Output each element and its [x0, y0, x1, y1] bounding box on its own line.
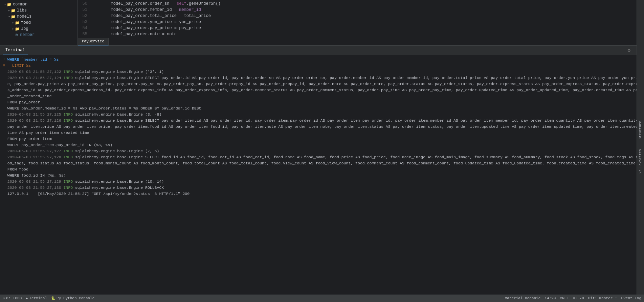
terminal-bottom-label: Terminal — [29, 296, 47, 300]
folder-icon-log: 📁 — [15, 27, 20, 31]
status-bar: ☑ 6: TODO ▶ Terminal 🐍 Py Python Console… — [0, 295, 644, 302]
code-text-54: model_pay_order.pay_price = pay_price — [91, 25, 201, 31]
sidebar-item-member[interactable]: ▸ 🗎 member — [0, 32, 77, 38]
sidebar-item-log[interactable]: ▸ 📁 log — [0, 26, 77, 32]
encoding-label: UTF-8 — [573, 296, 584, 300]
todo-icon: ☑ — [3, 296, 5, 300]
gutter-plus: + — [3, 57, 5, 63]
chevron-down-icon: ▾ — [4, 2, 6, 6]
terminal-line-limit: LIMIT %s — [7, 63, 641, 69]
sidebar-label-models: models — [17, 14, 31, 19]
code-line-53: 53 model_pay_order.yun_price = yun_price — [78, 19, 639, 25]
chevron-right-icon-log: ▸ — [12, 27, 14, 31]
terminal-section: Terminal ⚙ ⋮ + × — [0, 46, 644, 295]
terminal-body: + × WHERE `member`.id = %s LIMIT %s 2 — [0, 55, 644, 295]
file-icon-member: 🗎 — [15, 33, 19, 37]
position-label: 14:20 — [545, 296, 556, 300]
folder-icon-common: 📁 — [7, 2, 12, 7]
terminal-bottom-icon: ▶ — [26, 296, 28, 300]
sidebar-label-libs: libs — [17, 8, 27, 13]
side-panel: Structure 2: Favorites — [637, 0, 644, 295]
code-line-54: 54 model_pay_order.pay_price = pay_price — [78, 25, 639, 31]
code-line-50: 50 model_pay_order.order_sn = self.geneO… — [78, 1, 639, 7]
tab-payservice[interactable]: PayService — [78, 38, 109, 45]
line-num-50: 50 — [78, 1, 91, 7]
python-console-label: Py Python Console — [57, 296, 94, 300]
code-content: 50 model_pay_order.order_sn = self.geneO… — [78, 0, 639, 38]
code-line-52: 52 model_pay_order.total_price = total_p… — [78, 13, 639, 19]
terminal-line-3: FROM pay_order — [7, 99, 641, 105]
code-text-52: model_pay_order.total_price = total_pric… — [91, 13, 211, 19]
terminal-line-1: 2020-05-03 21:55:27,122 INFO sqlalchemy.… — [7, 69, 641, 75]
terminal-line-6: 2020-05-03 21:55:27,126 INFO sqlalchemy.… — [7, 118, 641, 136]
terminal-line-7: FROM pay_order_item — [7, 136, 641, 142]
terminal-line-5: 2020-05-03 21:55:27,125 INFO sqlalchemy.… — [7, 112, 641, 118]
line-num-52: 52 — [78, 13, 91, 19]
code-line-51: 51 model_pay_order.member_id = member_id — [78, 7, 639, 13]
code-editor: 50 model_pay_order.order_sn = self.geneO… — [78, 0, 639, 45]
status-bar-right: Material Oceanic 14:20 CRLF UTF-8 Git: m… — [505, 296, 641, 300]
terminal-settings-icon[interactable]: ⚙ — [626, 47, 632, 53]
terminal-bottom-tab[interactable]: ▶ Terminal — [26, 296, 47, 300]
terminal-line-8: WHERE pay_order_item.pay_order_id IN (%s… — [7, 142, 641, 148]
chevron-right-icon-food: ▸ — [12, 21, 14, 25]
terminal-line-13: 2020-05-03 21:55:27,129 INFO sqlalchemy.… — [7, 179, 641, 185]
chevron-right-icon-libs: ▸ — [8, 8, 10, 13]
code-text-55: model_pay_order.note = note — [91, 31, 177, 37]
terminal-line-14: 2020-05-03 21:55:27,130 INFO sqlalchemy.… — [7, 185, 641, 191]
todo-label: 6: TODO — [6, 296, 22, 300]
event-log-label[interactable]: Event Log — [621, 296, 641, 300]
code-text-50: model_pay_order.order_sn = self.geneOrde… — [91, 1, 221, 7]
terminal-line-9: 2020-05-03 21:55:27,127 INFO sqlalchemy.… — [7, 148, 641, 154]
structure-panel-label[interactable]: Structure — [638, 120, 643, 141]
folder-icon-food: 📁 — [15, 21, 20, 25]
sidebar-label-food: food — [21, 20, 31, 25]
terminal-line-2: 2020-05-03 21:55:27,124 INFO sqlalchemy.… — [7, 75, 641, 99]
status-bar-left: ☑ 6: TODO ▶ Terminal 🐍 Py Python Console — [3, 296, 94, 300]
favorites-panel-label[interactable]: 2: Favorites — [638, 148, 643, 175]
tab-terminal-main[interactable]: Terminal — [3, 46, 28, 55]
terminal-line-11: FROM food — [7, 166, 641, 173]
code-text-51: model_pay_order.member_id = member_id — [91, 7, 201, 13]
chevron-down-icon-models: ▾ — [8, 15, 10, 19]
sidebar: ▾ 📁 common ▸ 📁 libs ▾ 📁 models ▸ 📁 food … — [0, 0, 78, 45]
editor-tab-bar: PayService — [78, 38, 639, 45]
line-num-55: 55 — [78, 31, 91, 37]
terminal-header: Terminal ⚙ ⋮ — [0, 46, 644, 55]
terminal-line-15: 127.0.0.1 -- [03/May/2020 21:55:27] "GET… — [7, 191, 641, 197]
folder-icon-libs: 📁 — [11, 8, 16, 13]
terminal-gutter: + × — [3, 57, 5, 293]
line-num-51: 51 — [78, 7, 91, 13]
tab-terminal-label: Terminal — [5, 48, 25, 53]
terminal-line-10: 2020-05-03 21:55:27,128 INFO sqlalchemy.… — [7, 154, 641, 166]
folder-icon-models: 📁 — [11, 15, 16, 19]
tab-payservice-label: PayService — [82, 39, 104, 43]
python-icon: 🐍 — [51, 296, 55, 300]
sidebar-item-food[interactable]: ▸ 📁 food — [0, 20, 77, 26]
line-num-53: 53 — [78, 19, 91, 25]
terminal-line-where: WHERE `member`.id = %s — [7, 57, 641, 63]
code-line-55: 55 model_pay_order.note = note — [78, 31, 639, 37]
sidebar-item-libs[interactable]: ▸ 📁 libs — [0, 7, 77, 14]
sidebar-item-models[interactable]: ▾ 📁 models — [0, 14, 77, 20]
python-console-tab[interactable]: 🐍 Py Python Console — [51, 296, 94, 300]
todo-tab[interactable]: ☑ 6: TODO — [3, 296, 22, 300]
sidebar-label-log: log — [21, 26, 28, 31]
line-num-54: 54 — [78, 25, 91, 31]
code-text-53: model_pay_order.yun_price = yun_price — [91, 19, 201, 25]
gutter-minus: × — [3, 63, 5, 69]
terminal-line-12: WHERE food.id IN (%s, %s) — [7, 173, 641, 179]
sidebar-label-common: common — [13, 2, 27, 7]
git-branch-label: Git: master ↑ — [588, 296, 617, 300]
terminal-lines: WHERE `member`.id = %s LIMIT %s 2020-05-… — [7, 57, 641, 293]
line-ending-label: CRLF — [560, 296, 569, 300]
terminal-line-4: WHERE pay_order.member_id = %s AND pay_o… — [7, 105, 641, 112]
theme-label: Material Oceanic — [505, 296, 541, 300]
sidebar-label-member: member — [20, 33, 35, 37]
sidebar-item-common[interactable]: ▾ 📁 common — [0, 1, 77, 7]
